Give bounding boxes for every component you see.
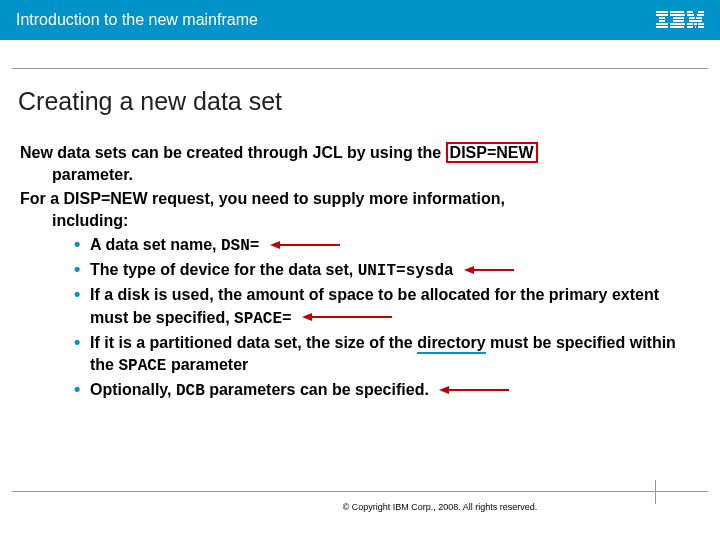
code-unit: UNIT=sysda [358,262,454,280]
svg-rect-2 [659,17,665,19]
svg-rect-4 [656,23,668,25]
text: Optionally, [90,381,176,398]
text: including: [20,210,696,232]
text: For a DISP=NEW request, you need to supp… [20,190,505,207]
svg-rect-8 [673,17,684,19]
bullet-list: A data set name, DSN= The type of device… [20,234,696,402]
arrow-icon [464,260,514,282]
svg-rect-10 [670,23,685,25]
text: A data set name, [90,236,221,253]
list-item: If it is a partitioned data set, the siz… [74,332,696,377]
text: parameter [166,356,248,373]
svg-marker-28 [464,266,474,274]
text: New data sets can be created through JCL… [20,144,446,161]
svg-marker-32 [439,386,449,394]
svg-rect-7 [670,14,685,16]
list-item: If a disk is used, the amount of space t… [74,284,696,329]
code-dcb: DCB [176,382,205,400]
svg-rect-22 [687,26,693,28]
svg-rect-24 [698,26,704,28]
ibm-logo-icon [656,11,704,29]
text: parameter. [20,164,696,186]
svg-rect-14 [687,14,694,16]
content-body: New data sets can be created through JCL… [20,142,696,402]
svg-marker-26 [270,241,280,249]
svg-rect-20 [694,23,697,25]
text: If it is a partitioned data set, the siz… [90,334,417,351]
footer-divider [12,491,708,492]
slide-header: Introduction to the new mainframe [0,0,720,40]
arrow-icon [270,235,340,257]
svg-rect-6 [670,11,684,13]
list-item: The type of device for the data set, UNI… [74,259,696,282]
title-row: Creating a new data set [4,87,708,116]
svg-rect-17 [696,17,702,19]
underlined-directory: directory [417,334,485,354]
svg-rect-1 [656,14,668,16]
highlighted-disp-new: DISP=NEW [446,142,538,163]
svg-rect-0 [656,11,668,13]
svg-rect-12 [687,11,693,13]
footer-tick [655,480,656,504]
svg-rect-11 [670,26,684,28]
code-dsn: DSN= [221,237,259,255]
list-item: Optionally, DCB parameters can be specif… [74,379,696,402]
paragraph-1: New data sets can be created through JCL… [20,142,696,186]
slide-title: Creating a new data set [18,87,282,116]
header-title: Introduction to the new mainframe [16,11,258,29]
svg-rect-15 [697,14,704,16]
copyright-text: © Copyright IBM Corp., 2008. All rights … [0,502,720,512]
svg-rect-3 [659,20,665,22]
list-item: A data set name, DSN= [74,234,696,257]
svg-marker-30 [302,313,312,321]
code-space2: SPACE [118,357,166,375]
svg-rect-13 [698,11,704,13]
svg-rect-23 [695,26,696,28]
svg-rect-21 [698,23,704,25]
arrow-icon [302,307,392,329]
paragraph-2: For a DISP=NEW request, you need to supp… [20,188,696,232]
svg-rect-9 [673,20,684,22]
divider [12,68,708,69]
ibm-logo [656,11,704,29]
text: The type of device for the data set, [90,261,358,278]
svg-rect-18 [689,20,702,22]
svg-rect-16 [689,17,695,19]
code-space: SPACE= [234,310,292,328]
svg-rect-5 [656,26,668,28]
title-accent-bar [4,89,10,115]
arrow-icon [439,380,509,402]
svg-rect-19 [687,23,693,25]
text: parameters can be specified. [205,381,429,398]
